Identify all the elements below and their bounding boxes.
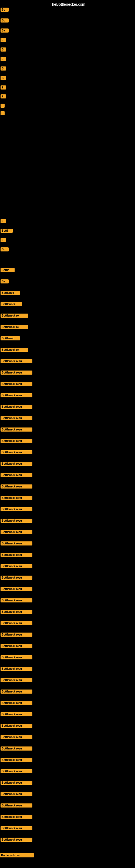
result-badge-b6: E <box>1 57 6 61</box>
result-badge-b60: Bottleneck resu <box>1 758 32 762</box>
result-badge-b20: Bottleneck <box>1 302 22 306</box>
result-badge-b65: Bottleneck resu <box>1 815 32 819</box>
result-badge-b17: Bottle <box>1 268 14 272</box>
result-badge-b27: Bottleneck resu <box>1 382 32 386</box>
result-badge-b43: Bottleneck resu <box>1 564 32 568</box>
result-badge-b40: Bottleneck resu <box>1 530 32 534</box>
result-badge-b51: Bottleneck resu <box>1 655 32 659</box>
result-badge-b52: Bottleneck resu <box>1 667 32 671</box>
result-badge-b37: Bottleneck resu <box>1 496 32 500</box>
result-badge-b15: E <box>1 238 6 242</box>
result-badge-b28: Bottleneck resu <box>1 393 32 397</box>
result-badge-b29: Bottleneck resu <box>1 405 32 409</box>
result-badge-b49: Bottleneck resu <box>1 632 32 637</box>
result-badge-b23: Bottlenec <box>1 336 20 340</box>
result-badge-b12: I <box>1 111 5 115</box>
result-badge-b33: Bottleneck resu <box>1 450 32 454</box>
result-badge-b25: Bottleneck resu <box>1 359 32 363</box>
result-badge-b11: I <box>1 104 5 108</box>
result-badge-b7: B <box>1 66 6 70</box>
result-badge-b50: Bottleneck resu <box>1 644 32 648</box>
result-badge-b56: Bottleneck resu <box>1 712 32 716</box>
result-badge-b34: Bottleneck resu <box>1 462 32 466</box>
site-title: TheBottlenecker.com <box>50 2 85 6</box>
result-badge-b4: E <box>1 38 6 42</box>
result-badge-b55: Bottleneck resu <box>1 701 32 705</box>
result-badge-b9: E <box>1 86 6 90</box>
result-badge-b39: Bottleneck resu <box>1 519 32 523</box>
result-badge-b2: Bo <box>1 19 9 23</box>
result-badge-b67: Bottleneck resu <box>1 838 32 842</box>
result-badge-b62: Bottleneck resu <box>1 781 32 785</box>
result-badge-b13: E <box>1 219 6 223</box>
result-badge-b22: Bottleneck re <box>1 325 28 329</box>
result-badge-b48: Bottleneck resu <box>1 621 32 625</box>
result-badge-b54: Bottleneck resu <box>1 689 32 693</box>
result-badge-b63: Bottleneck resu <box>1 792 32 796</box>
result-badge-b31: Bottleneck resu <box>1 428 32 432</box>
result-badge-b36: Bottleneck resu <box>1 485 32 489</box>
result-badge-b30: Bottleneck resu <box>1 416 32 420</box>
result-badge-b44: Bottleneck resu <box>1 576 32 580</box>
result-badge-b16: Bo <box>1 247 9 251</box>
result-badge-b1: Bo <box>1 8 9 12</box>
result-badge-b8: B <box>1 76 6 80</box>
result-badge-b5: B <box>1 48 6 52</box>
result-badge-b3: Ba <box>1 29 9 33</box>
result-badge-b19: Bottlenec <box>1 291 20 295</box>
result-badge-b53: Bottleneck resu <box>1 678 32 682</box>
result-badge-b45: Bottleneck resu <box>1 587 32 591</box>
result-badge-b66: Bottleneck resu <box>1 826 32 830</box>
result-badge-b35: Bottleneck resu <box>1 473 32 477</box>
result-badge-b64: Bottleneck resu <box>1 803 32 807</box>
result-badge-b14: Bottl <box>1 229 13 233</box>
result-badge-b10: E <box>1 94 6 98</box>
result-badge-b24: Bottleneck re <box>1 348 28 352</box>
result-badge-b42: Bottleneck resu <box>1 553 32 557</box>
result-badge-b32: Bottleneck resu <box>1 439 32 443</box>
result-badge-b41: Bottleneck resu <box>1 541 32 546</box>
result-badge-b58: Bottleneck resu <box>1 735 32 739</box>
result-badge-b46: Bottleneck resu <box>1 598 32 602</box>
result-badge-b18: Ba <box>1 279 9 283</box>
result-badge-b38: Bottleneck resu <box>1 507 32 511</box>
result-badge-b47: Bottleneck resu <box>1 610 32 614</box>
result-badge-b59: Bottleneck resu <box>1 746 32 750</box>
result-badge-b57: Bottleneck resu <box>1 724 32 728</box>
result-badge-b26: Bottleneck resu <box>1 371 32 375</box>
result-badge-b68: Bottleneck res <box>0 854 34 858</box>
result-badge-b21: Bottleneck re <box>1 314 28 318</box>
result-badge-b61: Bottleneck resu <box>1 769 32 773</box>
